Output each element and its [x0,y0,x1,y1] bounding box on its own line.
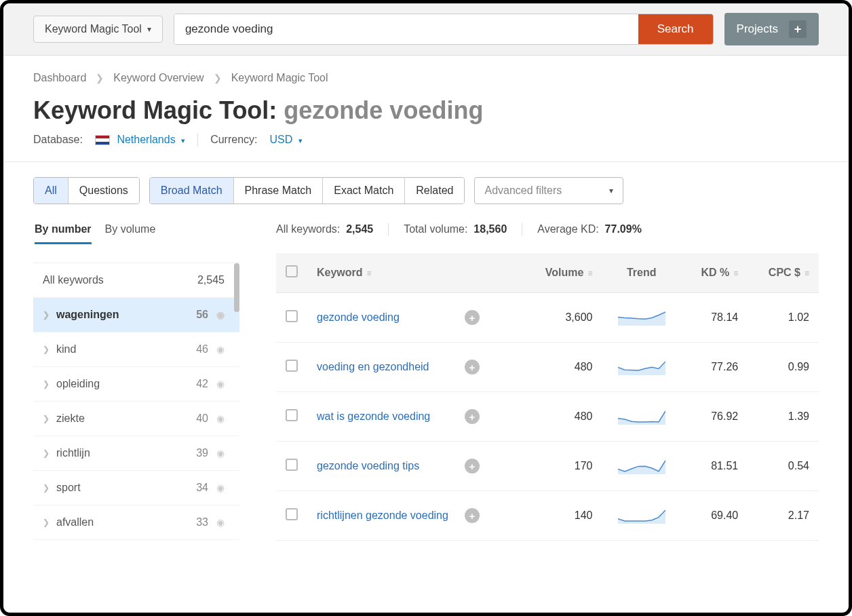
group-count: 56 [196,309,208,321]
sort-icon: ≡ [367,269,372,278]
match-related[interactable]: Related [405,178,464,204]
cell-cpc: 0.54 [748,442,819,491]
row-checkbox[interactable] [286,409,298,421]
breadcrumb-overview[interactable]: Keyword Overview [113,72,204,84]
keyword-link[interactable]: richtlijnen gezonde voeding [317,509,448,522]
keyword-link[interactable]: gezonde voeding [317,311,400,324]
row-checkbox[interactable] [286,459,298,471]
eye-icon[interactable]: ◉ [216,517,225,528]
group-row[interactable]: ❯ opleiding 42 ◉ [33,367,239,402]
flag-icon [95,135,110,145]
add-keyword-button[interactable]: + [465,459,480,474]
tool-dropdown-label: Keyword Magic Tool [45,23,142,35]
group-count: 34 [196,482,208,494]
group-label: opleiding [56,378,100,390]
scope-segment: All Questions [33,177,140,204]
match-phrase[interactable]: Phrase Match [234,178,324,204]
database-selector[interactable]: Netherlands ▾ [95,134,185,146]
group-all-keywords[interactable]: All keywords 2,545 [33,263,239,298]
currency-selector[interactable]: USD ▾ [269,134,302,146]
search-input[interactable] [174,14,638,44]
cell-volume: 3,600 [523,293,602,343]
group-row[interactable]: ❯ afvallen 33 ◉ [33,505,239,540]
group-label: ziekte [56,412,85,425]
col-volume[interactable]: Volume≡ [523,253,602,293]
eye-icon[interactable]: ◉ [216,482,225,493]
scrollbar[interactable] [234,263,239,312]
cell-kd: 77.26 [681,343,748,392]
scope-all[interactable]: All [34,178,69,204]
col-cpc[interactable]: CPC $≡ [748,253,819,293]
match-broad[interactable]: Broad Match [150,178,234,204]
trend-sparkline [618,356,665,375]
eye-icon[interactable]: ◉ [216,309,225,320]
chevron-down-icon: ▾ [298,136,303,145]
keyword-link[interactable]: voeding en gezondheid [317,361,429,373]
col-kd[interactable]: KD %≡ [681,253,748,293]
tab-by-volume[interactable]: By volume [105,223,156,244]
group-sort-tabs: By number By volume [33,223,239,244]
group-label: wageningen [56,309,119,321]
group-label: All keywords [43,274,104,286]
add-keyword-button[interactable]: + [465,360,480,374]
keyword-groups-panel: All keywords 2,545 ❯ wageningen 56 ◉ ❯ k… [33,253,239,540]
group-count: 46 [196,343,208,355]
group-count: 33 [196,516,208,528]
tool-dropdown[interactable]: Keyword Magic Tool ▾ [33,16,163,43]
group-count: 40 [196,412,208,425]
top-bar: Keyword Magic Tool ▾ Search Projects + [3,3,849,56]
add-keyword-button[interactable]: + [465,409,480,424]
group-row[interactable]: ❯ sport 34 ◉ [33,471,239,505]
add-keyword-button[interactable]: + [465,508,480,523]
sort-icon: ≡ [805,269,809,278]
table-row: gezonde voeding + 3,600 78.14 1.02 [276,293,819,343]
page-title: Keyword Magic Tool: gezonde voeding [33,96,819,125]
group-row[interactable]: ❯ richtlijn 39 ◉ [33,436,239,471]
eye-icon[interactable]: ◉ [216,344,225,355]
group-row[interactable]: ❯ ziekte 40 ◉ [33,402,239,436]
cell-kd: 81.51 [681,442,748,491]
row-checkbox[interactable] [286,508,298,520]
eye-icon[interactable]: ◉ [216,379,225,389]
meta-row: Database: Netherlands ▾ Currency: USD ▾ [33,133,819,147]
chevron-down-icon: ▾ [147,24,151,34]
filter-row: All Questions Broad Match Phrase Match E… [33,177,819,204]
cell-volume: 140 [523,491,602,541]
eye-icon[interactable]: ◉ [216,413,225,424]
chevron-right-icon: ❯ [43,345,50,354]
stat-avg-kd: 77.09% [605,223,642,235]
group-count: 39 [196,447,208,459]
cell-cpc: 1.02 [748,293,819,343]
keyword-link[interactable]: wat is gezonde voeding [317,410,430,423]
chevron-down-icon: ▾ [181,136,185,145]
row-checkbox[interactable] [286,360,298,372]
plus-icon[interactable]: + [789,20,807,38]
advanced-filters-dropdown[interactable]: Advanced filters ▾ [474,177,623,204]
sort-icon: ≡ [587,269,592,278]
keywords-table: Keyword≡ Volume≡ Trend KD %≡ CPC $≡ gezo… [276,253,819,541]
advanced-filters-label: Advanced filters [484,185,562,197]
keyword-link[interactable]: gezonde voeding tips [317,460,419,472]
stats-bar: All keywords: 2,545 Total volume: 18,560… [276,223,642,235]
cell-kd: 76.92 [681,392,748,442]
select-all-checkbox[interactable] [286,265,298,277]
add-keyword-button[interactable]: + [465,310,480,325]
cell-volume: 480 [523,343,602,392]
group-row[interactable]: ❯ kind 46 ◉ [33,332,239,367]
group-row[interactable]: ❯ wageningen 56 ◉ [33,298,239,332]
row-checkbox[interactable] [286,310,298,322]
projects-button[interactable]: Projects + [724,13,819,45]
eye-icon[interactable]: ◉ [216,448,225,459]
match-exact[interactable]: Exact Match [323,178,405,204]
tab-by-number[interactable]: By number [35,223,92,244]
scope-questions[interactable]: Questions [69,178,139,204]
breadcrumb-dashboard[interactable]: Dashboard [33,72,86,84]
table-row: wat is gezonde voeding + 480 76.92 1.39 [276,392,819,442]
col-keyword[interactable]: Keyword≡ [307,253,523,293]
cell-cpc: 2.17 [748,491,819,541]
projects-label: Projects [737,22,778,36]
cell-volume: 170 [523,442,602,491]
chevron-right-icon: ❯ [214,73,222,83]
search-button[interactable]: Search [638,14,713,44]
group-label: afvallen [56,516,94,528]
